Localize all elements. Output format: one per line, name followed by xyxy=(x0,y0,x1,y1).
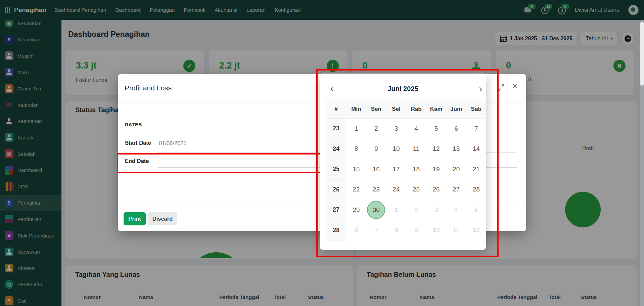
dates-section-label: DATES xyxy=(125,122,142,127)
next-month-icon[interactable]: › xyxy=(479,83,482,94)
calendar-day-6-next[interactable]: 6 xyxy=(346,220,366,241)
calendar-day-25[interactable]: 25 xyxy=(406,180,426,200)
calendar-day-14[interactable]: 14 xyxy=(466,139,486,159)
calendar-day-15[interactable]: 15 xyxy=(346,159,366,179)
calendar-dow-min: Min xyxy=(346,100,366,119)
calendar-day-1-next[interactable]: 1 xyxy=(386,200,406,220)
calendar-dow-jum: Jum xyxy=(446,100,466,119)
calendar-day-12-next[interactable]: 12 xyxy=(466,220,486,241)
calendar-day-23[interactable]: 23 xyxy=(366,180,386,200)
calendar-day-9-next[interactable]: 9 xyxy=(406,220,426,241)
week-number: 26 xyxy=(326,180,346,200)
expand-icon[interactable] xyxy=(497,84,505,91)
calendar-day-7[interactable]: 7 xyxy=(466,119,486,139)
calendar-day-17[interactable]: 17 xyxy=(386,159,406,179)
start-date-label: Start Date xyxy=(125,140,151,146)
week-number: 25 xyxy=(326,159,346,180)
calendar-day-12[interactable]: 12 xyxy=(426,139,446,159)
calendar-day-5[interactable]: 5 xyxy=(426,119,446,139)
calendar-day-27[interactable]: 27 xyxy=(446,180,466,200)
discard-button[interactable]: Discard xyxy=(148,212,177,225)
scrollbar-track[interactable] xyxy=(640,20,644,306)
calendar-week-row: 231234567 xyxy=(326,119,486,139)
week-number: 24 xyxy=(326,139,346,160)
calendar-day-13[interactable]: 13 xyxy=(446,139,466,159)
calendar-week-row: 2515161718192021 xyxy=(326,159,486,180)
calendar-day-4[interactable]: 4 xyxy=(406,119,426,139)
calendar-dow-rab: Rab xyxy=(406,100,426,119)
calendar-week-row: 24891011121314 xyxy=(326,139,486,160)
calendar-day-6[interactable]: 6 xyxy=(446,119,466,139)
calendar-day-8[interactable]: 8 xyxy=(346,139,366,159)
calendar-day-11[interactable]: 11 xyxy=(406,139,426,159)
calendar-day-10-next[interactable]: 10 xyxy=(426,220,446,241)
selected-day: 30 xyxy=(367,201,385,219)
calendar-day-4-next[interactable]: 4 xyxy=(446,200,466,220)
calendar-day-21[interactable]: 21 xyxy=(466,159,486,179)
calendar-week-row: 286789101112 xyxy=(326,220,486,241)
calendar-month-title[interactable]: Juni 2025 xyxy=(320,85,486,93)
week-number: 27 xyxy=(326,200,346,220)
calendar-dow-sen: Sen xyxy=(366,100,386,119)
modal-title: Profit and Loss xyxy=(125,84,172,92)
calendar-day-30[interactable]: 30 xyxy=(366,200,386,220)
end-date-label: End Date xyxy=(125,158,149,164)
calendar-day-28[interactable]: 28 xyxy=(466,180,486,200)
calendar-day-11-next[interactable]: 11 xyxy=(446,220,466,241)
calendar-day-7-next[interactable]: 7 xyxy=(366,220,386,241)
calendar-day-20[interactable]: 20 xyxy=(446,159,466,179)
calendar-day-19[interactable]: 19 xyxy=(426,159,446,179)
calendar-day-16[interactable]: 16 xyxy=(366,159,386,179)
calendar-day-29[interactable]: 29 xyxy=(346,200,366,220)
datepicker-popup: ‹ Juni 2025 › #MinSenSelRabKamJumSab2312… xyxy=(320,74,486,250)
calendar-week-row: 27293012345 xyxy=(326,200,486,220)
calendar-day-10[interactable]: 10 xyxy=(386,139,406,159)
calendar-dow-sab: Sab xyxy=(466,100,486,119)
calendar-day-5-next[interactable]: 5 xyxy=(466,200,486,220)
calendar-day-1[interactable]: 1 xyxy=(346,119,366,139)
calendar-day-9[interactable]: 9 xyxy=(366,139,386,159)
close-icon[interactable]: × xyxy=(512,81,518,91)
calendar-day-3-next[interactable]: 3 xyxy=(426,200,446,220)
prev-month-icon[interactable]: ‹ xyxy=(330,83,333,94)
calendar-week-row: 2622232425262728 xyxy=(326,180,486,200)
calendar-day-26[interactable]: 26 xyxy=(426,180,446,200)
calendar-day-22[interactable]: 22 xyxy=(346,180,366,200)
calendar-dow-sel: Sel xyxy=(386,100,406,119)
calendar-day-2-next[interactable]: 2 xyxy=(406,200,426,220)
print-button[interactable]: Print xyxy=(124,212,146,225)
week-number: 28 xyxy=(326,220,346,241)
calendar-day-2[interactable]: 2 xyxy=(366,119,386,139)
start-date-input[interactable]: 01/06/2025 xyxy=(159,140,187,146)
calendar-day-18[interactable]: 18 xyxy=(406,159,426,179)
scrollbar-thumb[interactable] xyxy=(640,22,644,86)
calendar-day-8-next[interactable]: 8 xyxy=(386,220,406,241)
calendar-dow-row: #MinSenSelRabKamJumSab xyxy=(326,100,486,119)
calendar-day-3[interactable]: 3 xyxy=(386,119,406,139)
week-number: 23 xyxy=(326,119,346,139)
calendar-dow--: # xyxy=(326,100,346,119)
calendar-day-24[interactable]: 24 xyxy=(386,180,406,200)
calendar-dow-kam: Kam xyxy=(426,100,446,119)
